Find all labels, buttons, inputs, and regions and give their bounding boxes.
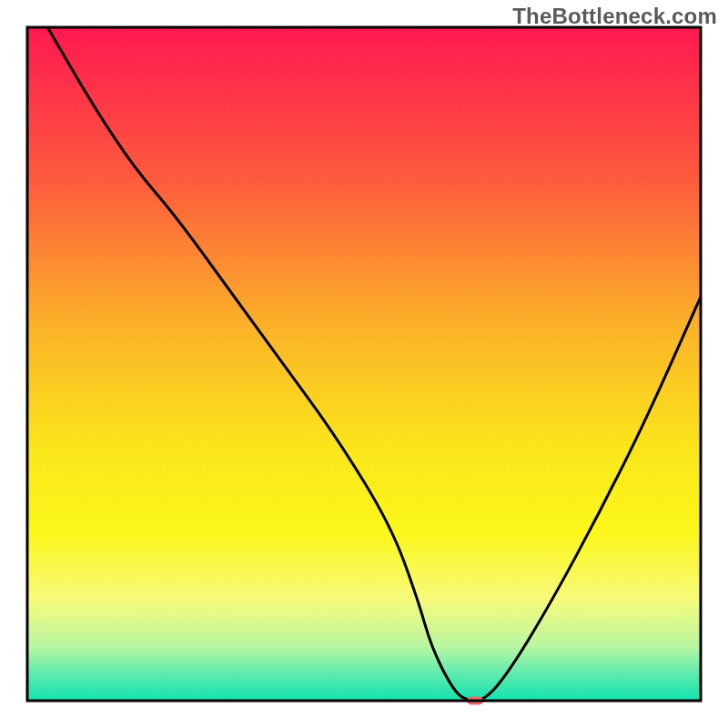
chart-svg [0, 0, 728, 728]
plot-background [27, 27, 701, 701]
bottleneck-chart: TheBottleneck.com [0, 0, 728, 728]
watermark-text: TheBottleneck.com [512, 4, 717, 29]
